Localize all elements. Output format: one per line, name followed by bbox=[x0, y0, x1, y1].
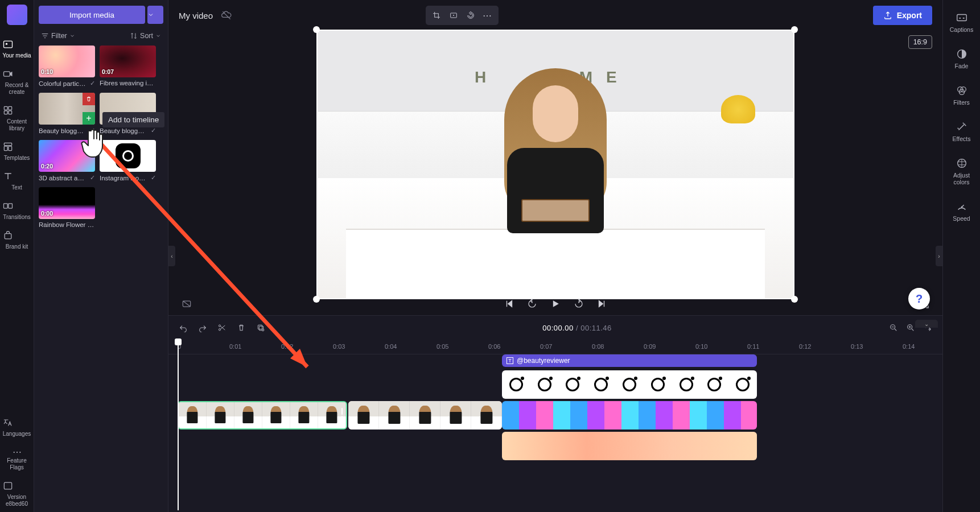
resize-handle[interactable] bbox=[313, 296, 320, 303]
right-item-speed[interactable]: Speed bbox=[945, 195, 979, 228]
rewind-button[interactable] bbox=[527, 299, 537, 309]
rotate-button[interactable] bbox=[462, 8, 479, 23]
skip-forward-button[interactable] bbox=[596, 299, 607, 309]
media-clip[interactable]: 0:20 3D abstract a…✓ bbox=[39, 140, 95, 181]
chevron-down-icon bbox=[155, 33, 161, 39]
sidebar-item-your-media[interactable]: Your media bbox=[1, 34, 33, 64]
redo-button[interactable] bbox=[198, 323, 207, 332]
chevron-down-icon bbox=[147, 11, 154, 18]
fade-icon bbox=[956, 48, 968, 60]
top-bar: My video ⋯ Export bbox=[168, 0, 942, 31]
skip-forward-icon bbox=[596, 299, 607, 309]
forward-icon bbox=[574, 299, 584, 309]
video-title[interactable]: My video bbox=[179, 11, 213, 20]
forward-button[interactable] bbox=[574, 299, 584, 309]
media-clip[interactable]: 0:00 Rainbow Flower … bbox=[39, 187, 95, 228]
right-item-fade[interactable]: Fade bbox=[945, 42, 979, 75]
svg-rect-7 bbox=[4, 143, 11, 145]
used-check-icon: ✓ bbox=[90, 174, 95, 181]
timeline-clip-text[interactable]: T @beautyreviewer bbox=[502, 354, 757, 367]
crop-icon bbox=[432, 11, 441, 20]
skip-back-button[interactable] bbox=[504, 299, 514, 309]
media-panel: Import media Filter Sort 0:10 Colorful p… bbox=[34, 0, 168, 512]
redo-icon bbox=[198, 323, 207, 332]
right-item-effects[interactable]: Effects bbox=[945, 115, 979, 148]
sidebar-item-feature-flags[interactable]: ⋯ Feature Flags bbox=[1, 442, 33, 476]
undo-icon bbox=[179, 323, 188, 332]
resize-handle[interactable] bbox=[791, 296, 798, 303]
sidebar-item-templates[interactable]: Templates bbox=[1, 137, 33, 166]
zoom-in-icon bbox=[906, 323, 915, 332]
playhead[interactable] bbox=[178, 340, 179, 510]
timeline-clip-particles[interactable] bbox=[502, 432, 757, 460]
play-button[interactable] bbox=[550, 298, 561, 309]
timeline-ruler[interactable]: 0 0:01 0:02 0:03 0:04 0:05 0:06 0:07 0:0… bbox=[168, 340, 942, 354]
speed-icon bbox=[956, 200, 968, 213]
record-icon bbox=[2, 68, 14, 80]
import-media-dropdown[interactable] bbox=[147, 6, 163, 24]
timeline-clip-video-selected[interactable] bbox=[178, 401, 347, 430]
duplicate-button[interactable] bbox=[256, 323, 265, 332]
sidebar-item-brand-kit[interactable]: Brand kit bbox=[1, 225, 33, 255]
crop-button[interactable] bbox=[428, 8, 445, 23]
upload-icon bbox=[883, 11, 892, 20]
hide-preview-icon[interactable] bbox=[181, 298, 192, 309]
media-clip[interactable]: Instagram ico…✓ bbox=[100, 140, 156, 181]
split-button[interactable] bbox=[217, 323, 227, 332]
delete-button[interactable] bbox=[237, 323, 246, 332]
svg-rect-12 bbox=[5, 234, 11, 239]
media-clip[interactable]: 0:07 Fibres weaving i… bbox=[100, 46, 156, 87]
cloud-sync-off-icon[interactable] bbox=[221, 10, 232, 21]
undo-button[interactable] bbox=[179, 323, 188, 332]
add-to-timeline-button[interactable]: + bbox=[83, 112, 95, 125]
timeline-clip-3d-abstract[interactable] bbox=[502, 401, 757, 430]
delete-clip-button[interactable] bbox=[83, 93, 95, 105]
sidebar-item-transitions[interactable]: Transitions bbox=[1, 196, 33, 225]
media-clip[interactable]: 0:10 Colorful partic…✓ bbox=[39, 46, 95, 87]
zoom-out-button[interactable] bbox=[889, 323, 898, 332]
sidebar-item-version[interactable]: Version e8bed60 bbox=[1, 476, 33, 512]
resize-handle[interactable] bbox=[313, 26, 320, 33]
svg-point-30 bbox=[961, 207, 962, 208]
timeline-tracks[interactable]: T @beautyreviewer bbox=[168, 354, 942, 512]
chevron-down-icon bbox=[69, 33, 75, 39]
zoom-out-icon bbox=[889, 323, 898, 332]
version-icon bbox=[2, 480, 14, 492]
media-clip[interactable]: + Beauty blogg…✓ bbox=[39, 93, 95, 134]
svg-rect-2 bbox=[3, 72, 10, 76]
svg-rect-13 bbox=[4, 482, 11, 489]
collapse-left-panel-button[interactable]: ‹ bbox=[168, 246, 175, 266]
preview-canvas[interactable]: HM E bbox=[316, 30, 794, 299]
help-button[interactable]: ? bbox=[908, 288, 930, 309]
collapse-bottom-panel-button[interactable]: ⌄ bbox=[915, 320, 938, 328]
svg-rect-24 bbox=[957, 15, 966, 21]
sidebar-item-text[interactable]: Text bbox=[1, 166, 33, 196]
svg-point-1 bbox=[5, 43, 7, 45]
sidebar-item-languages[interactable]: Languages bbox=[1, 412, 33, 442]
timeline-clip-video[interactable] bbox=[348, 401, 502, 430]
collapse-right-panel-button[interactable]: › bbox=[936, 246, 942, 266]
text-icon bbox=[2, 171, 14, 182]
sidebar-item-content-library[interactable]: Content library bbox=[1, 100, 33, 137]
import-media-button[interactable]: Import media bbox=[39, 6, 145, 24]
right-item-captions[interactable]: Captions bbox=[945, 6, 979, 39]
add-to-timeline-tooltip: Add to timeline bbox=[102, 112, 164, 127]
fit-button[interactable] bbox=[445, 8, 462, 23]
right-item-adjust-colors[interactable]: Adjust colors bbox=[945, 151, 979, 191]
timeline-clip-instagram[interactable] bbox=[502, 370, 757, 399]
export-button[interactable]: Export bbox=[873, 6, 932, 25]
filter-button[interactable]: Filter bbox=[41, 32, 75, 40]
zoom-in-button[interactable] bbox=[906, 323, 915, 332]
scissors-icon bbox=[217, 323, 227, 332]
rewind-icon bbox=[527, 299, 537, 309]
sidebar-item-record-create[interactable]: Record & create bbox=[1, 64, 33, 100]
sort-button[interactable]: Sort bbox=[130, 32, 161, 40]
right-item-filters[interactable]: Filters bbox=[945, 79, 979, 112]
used-check-icon: ✓ bbox=[90, 127, 95, 134]
left-sidebar: Your media Record & create Content libra… bbox=[0, 0, 34, 512]
used-check-icon: ✓ bbox=[90, 80, 95, 87]
fit-icon bbox=[449, 11, 458, 20]
aspect-ratio-badge[interactable]: 16:9 bbox=[908, 35, 932, 49]
resize-handle[interactable] bbox=[791, 26, 798, 33]
more-button[interactable]: ⋯ bbox=[479, 8, 496, 23]
